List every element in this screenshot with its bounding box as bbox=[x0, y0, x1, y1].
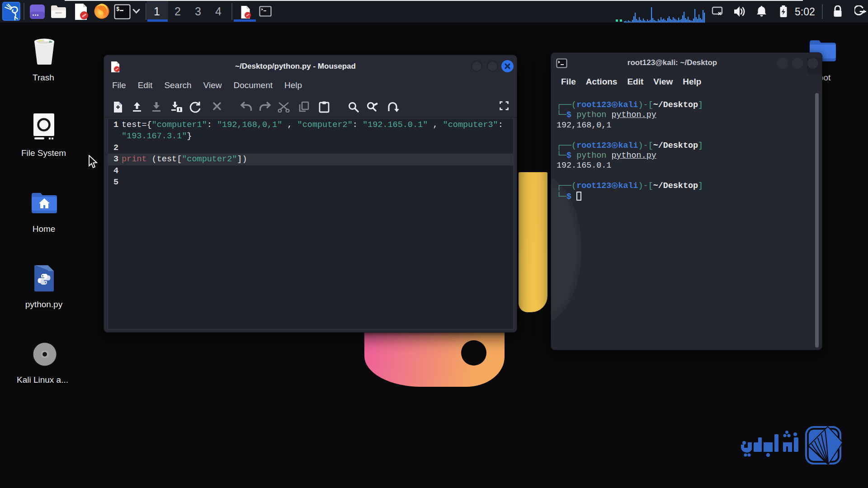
svg-text:$: $ bbox=[116, 6, 119, 13]
